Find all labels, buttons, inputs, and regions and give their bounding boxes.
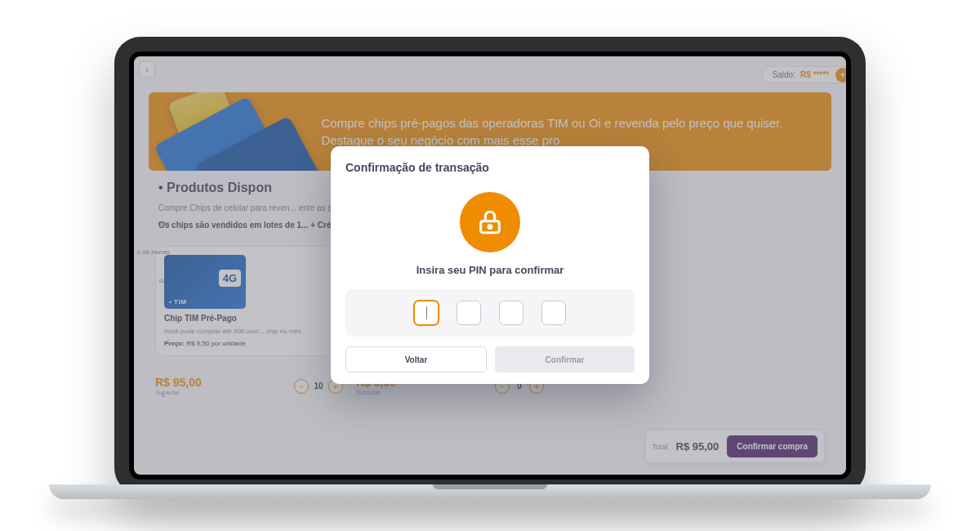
pin-digit-1[interactable] xyxy=(414,301,439,325)
modal-back-button[interactable]: Voltar xyxy=(345,346,487,373)
svg-point-1 xyxy=(488,225,492,229)
pin-modal: Confirmação de transação Insira seu PIN … xyxy=(331,146,649,384)
lock-icon xyxy=(460,192,520,252)
modal-confirm-button[interactable]: Confirmar xyxy=(495,346,635,373)
pin-digit-2[interactable] xyxy=(457,301,481,325)
pin-digit-3[interactable] xyxy=(499,301,523,325)
modal-title: Confirmação de transação xyxy=(345,161,635,174)
laptop-frame: ‹ Saldo: R$ ***** + Compre chips pr xyxy=(114,37,866,494)
laptop-base xyxy=(49,484,931,499)
pin-digit-4[interactable] xyxy=(541,301,566,325)
screen: ‹ Saldo: R$ ***** + Compre chips pr xyxy=(134,56,846,475)
pin-input-row xyxy=(345,289,635,337)
modal-subtitle: Insira seu PIN para confirmar xyxy=(345,264,635,276)
